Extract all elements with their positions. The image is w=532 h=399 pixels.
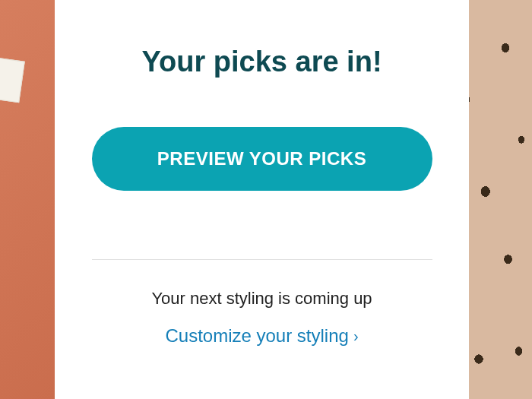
customize-styling-link[interactable]: Customize your styling › [165,325,358,347]
chevron-right-icon: › [353,328,359,344]
next-styling-text: Your next styling is coming up [151,289,372,309]
preview-picks-button[interactable]: PREVIEW YOUR PICKS [92,127,432,191]
customize-styling-link-label: Customize your styling [165,325,348,347]
picks-card: Your picks are in! PREVIEW YOUR PICKS Yo… [55,0,469,399]
card-title: Your picks are in! [141,46,382,78]
divider [92,259,432,260]
